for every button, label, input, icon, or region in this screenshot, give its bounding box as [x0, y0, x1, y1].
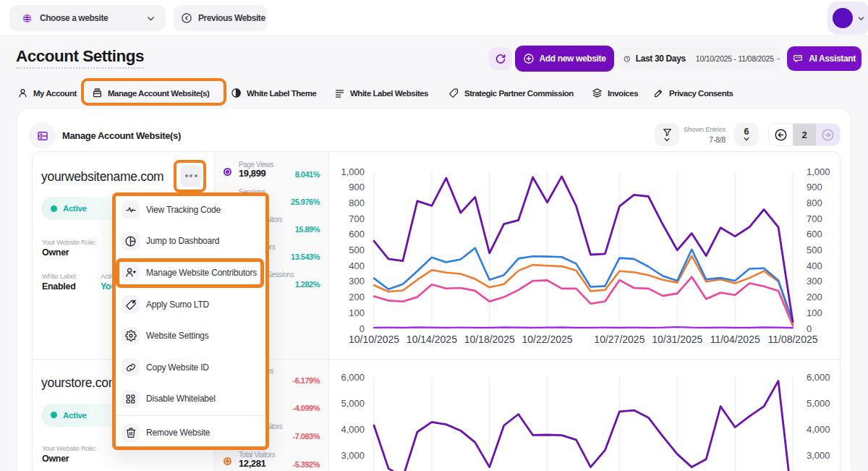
svg-text:10/18/2025: 10/18/2025 — [464, 334, 515, 345]
svg-text:5,000: 5,000 — [807, 398, 830, 409]
svg-text:11/08/2025: 11/08/2025 — [767, 334, 817, 345]
svg-text:300: 300 — [349, 276, 365, 287]
svg-text:1,000: 1,000 — [341, 166, 365, 177]
svg-text:10/22/2025: 10/22/2025 — [522, 334, 573, 345]
svg-text:10/10/2025: 10/10/2025 — [349, 334, 399, 345]
svg-text:10/14/2025: 10/14/2025 — [407, 334, 457, 345]
svg-text:900: 900 — [349, 182, 365, 192]
svg-text:10/27/2025: 10/27/2025 — [594, 334, 644, 345]
svg-text:3,000: 3,000 — [807, 450, 830, 461]
svg-text:700: 700 — [349, 213, 365, 224]
svg-text:800: 800 — [349, 198, 365, 208]
svg-text:6,000: 6,000 — [341, 372, 365, 383]
svg-text:500: 500 — [807, 245, 822, 255]
svg-text:11/04/2025: 11/04/2025 — [710, 334, 760, 345]
svg-text:300: 300 — [807, 276, 822, 287]
svg-text:100: 100 — [349, 307, 365, 318]
svg-text:6,000: 6,000 — [807, 372, 830, 383]
svg-text:4,000: 4,000 — [807, 424, 830, 435]
svg-text:10/31/2025: 10/31/2025 — [652, 334, 702, 345]
svg-text:1,000: 1,000 — [807, 166, 830, 177]
svg-text:600: 600 — [807, 229, 822, 239]
svg-text:5,000: 5,000 — [341, 398, 365, 409]
svg-text:0: 0 — [359, 323, 365, 334]
svg-text:400: 400 — [807, 260, 822, 271]
svg-text:100: 100 — [807, 307, 822, 318]
svg-text:900: 900 — [807, 182, 822, 192]
svg-text:3,000: 3,000 — [341, 450, 365, 461]
svg-text:700: 700 — [807, 213, 822, 224]
svg-text:400: 400 — [349, 260, 365, 271]
svg-text:800: 800 — [807, 198, 822, 208]
svg-text:200: 200 — [807, 292, 822, 302]
svg-text:600: 600 — [349, 229, 365, 239]
svg-text:0: 0 — [807, 323, 812, 334]
svg-text:200: 200 — [349, 292, 365, 302]
svg-text:500: 500 — [349, 245, 365, 255]
svg-text:4,000: 4,000 — [341, 424, 365, 435]
